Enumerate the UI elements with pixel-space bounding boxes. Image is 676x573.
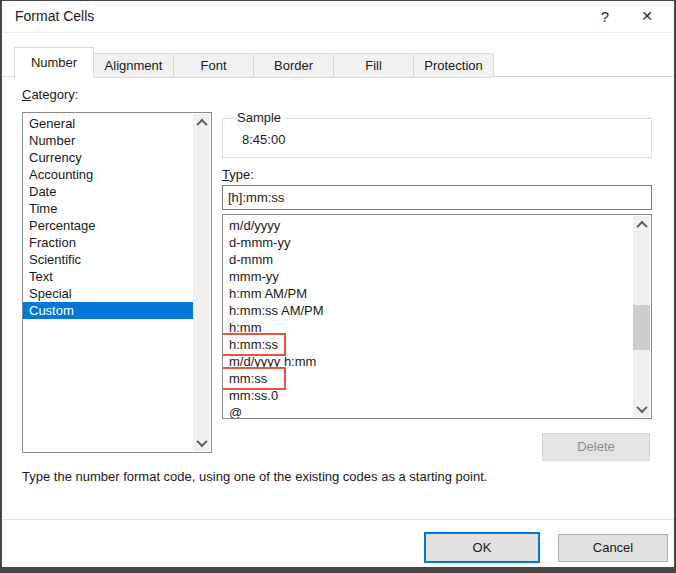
- category-list-item[interactable]: Percentage: [23, 217, 193, 234]
- tab-label: Number: [31, 55, 77, 70]
- tab[interactable]: Fill: [333, 53, 414, 78]
- category-item-label: General: [29, 116, 75, 131]
- scroll-down-button[interactable]: [193, 434, 210, 451]
- tab-label: Fill: [365, 58, 382, 73]
- type-format-item-label: mm:ss.0: [229, 388, 278, 403]
- scroll-up-button[interactable]: [193, 114, 210, 131]
- sample-value: 8:45:00: [242, 132, 285, 147]
- type-format-item-label: h:mm:ss: [229, 337, 278, 352]
- tab-label: Protection: [424, 58, 483, 73]
- type-format-item[interactable]: d-mmm: [223, 251, 651, 268]
- type-format-item[interactable]: @: [223, 404, 651, 419]
- tab-label: Font: [200, 58, 226, 73]
- close-icon: ✕: [641, 8, 653, 24]
- tab[interactable]: Protection: [413, 53, 494, 78]
- tab[interactable]: Number: [14, 47, 94, 78]
- help-icon: ?: [601, 8, 609, 25]
- type-format-item-label: d-mmm: [229, 252, 273, 267]
- type-format-item-label: m/d/yyyy h:mm: [229, 354, 316, 369]
- ok-button-label: OK: [473, 540, 492, 555]
- category-list-item[interactable]: Custom: [23, 302, 193, 319]
- delete-button-label: Delete: [577, 439, 615, 454]
- type-format-item-label: h:mm:ss AM/PM: [229, 303, 324, 318]
- type-format-item[interactable]: h:mm:ss AM/PM: [223, 302, 651, 319]
- type-format-item[interactable]: mmm-yy: [223, 268, 651, 285]
- type-format-item-label: mmm-yy: [229, 269, 279, 284]
- scrollbar-thumb[interactable]: [633, 305, 650, 350]
- dialog-help-text: Type the number format code, using one o…: [22, 469, 487, 484]
- close-button[interactable]: ✕: [626, 1, 668, 32]
- type-format-item[interactable]: m/d/yyyy: [223, 217, 651, 234]
- category-list-scrollbar[interactable]: [193, 114, 210, 451]
- chevron-up-icon: [636, 220, 647, 231]
- tab[interactable]: Alignment: [93, 53, 174, 78]
- category-item-label: Accounting: [29, 167, 93, 182]
- category-item-label: Currency: [29, 150, 82, 165]
- category-list-item[interactable]: Text: [23, 268, 193, 285]
- type-format-item-label: h:mm AM/PM: [229, 286, 307, 301]
- chevron-up-icon: [196, 118, 207, 129]
- type-label: Type:: [222, 167, 254, 182]
- format-cells-dialog: Format Cells ? ✕ Number Alignment Font: [0, 0, 676, 573]
- type-format-item[interactable]: d-mmm-yy: [223, 234, 651, 251]
- title-bar: Format Cells ? ✕: [2, 1, 674, 33]
- category-item-label: Fraction: [29, 235, 76, 250]
- type-format-item[interactable]: h:mm AM/PM: [223, 285, 651, 302]
- category-label-rest: ategory:: [31, 87, 78, 102]
- tab[interactable]: Border: [253, 53, 334, 78]
- tab-bar: Number Alignment Font Border Fill: [14, 47, 494, 78]
- category-list-item[interactable]: General: [23, 115, 193, 132]
- category-item-label: Text: [29, 269, 53, 284]
- category-label: Category:: [22, 87, 78, 102]
- type-format-item-label: d-mmm-yy: [229, 235, 290, 250]
- sample-groupbox: Sample 8:45:00: [222, 118, 652, 158]
- category-list-item[interactable]: Scientific: [23, 251, 193, 268]
- delete-button[interactable]: Delete: [542, 433, 650, 461]
- cancel-button-label: Cancel: [593, 540, 633, 555]
- sample-group-title: Sample: [233, 110, 285, 125]
- type-format-list[interactable]: m/d/yyyy d-mmm-yy d-mmm mmm-yy h:mm AM/P…: [222, 214, 652, 419]
- ok-button[interactable]: OK: [424, 532, 540, 563]
- chevron-down-icon: [196, 435, 207, 446]
- category-list-item[interactable]: Date: [23, 183, 193, 200]
- type-format-item[interactable]: h:mm: [223, 319, 651, 336]
- screenshot: Format Cells ? ✕ Number Alignment Font: [0, 0, 676, 573]
- category-item-label: Scientific: [29, 252, 81, 267]
- category-item-label: Date: [29, 184, 56, 199]
- footer-separator: [2, 519, 674, 520]
- chevron-down-icon: [636, 401, 647, 412]
- scroll-down-button[interactable]: [633, 400, 650, 417]
- cancel-button[interactable]: Cancel: [558, 534, 668, 562]
- category-item-label: Number: [29, 133, 75, 148]
- help-button[interactable]: ?: [588, 1, 622, 32]
- type-format-item-label: @: [229, 405, 242, 419]
- type-label-rest: ype:: [229, 167, 254, 182]
- type-input[interactable]: [222, 185, 652, 210]
- type-format-item[interactable]: mm:ss: [223, 370, 651, 387]
- category-list-item[interactable]: Fraction: [23, 234, 193, 251]
- scroll-up-button[interactable]: [633, 216, 650, 233]
- category-list[interactable]: General Number Currency Accounting Date: [22, 112, 212, 453]
- category-item-label: Special: [29, 286, 72, 301]
- tab-label: Alignment: [105, 58, 163, 73]
- category-item-label: Custom: [29, 303, 74, 318]
- dialog-title: Format Cells: [15, 1, 94, 32]
- type-format-item[interactable]: h:mm:ss: [223, 336, 651, 353]
- tab[interactable]: Font: [173, 53, 254, 78]
- type-list-scrollbar[interactable]: [633, 216, 650, 417]
- type-format-item-label: m/d/yyyy: [229, 218, 280, 233]
- category-item-label: Percentage: [29, 218, 96, 233]
- category-list-item[interactable]: Special: [23, 285, 193, 302]
- type-format-item-label: h:mm: [229, 320, 262, 335]
- category-item-label: Time: [29, 201, 57, 216]
- type-format-item-label: mm:ss: [229, 371, 267, 386]
- category-list-item[interactable]: Accounting: [23, 166, 193, 183]
- category-list-item[interactable]: Currency: [23, 149, 193, 166]
- tab-label: Border: [274, 58, 313, 73]
- type-format-item[interactable]: mm:ss.0: [223, 387, 651, 404]
- category-label-accel: C: [22, 87, 31, 102]
- category-list-item[interactable]: Time: [23, 200, 193, 217]
- category-list-item[interactable]: Number: [23, 132, 193, 149]
- type-format-item[interactable]: m/d/yyyy h:mm: [223, 353, 651, 370]
